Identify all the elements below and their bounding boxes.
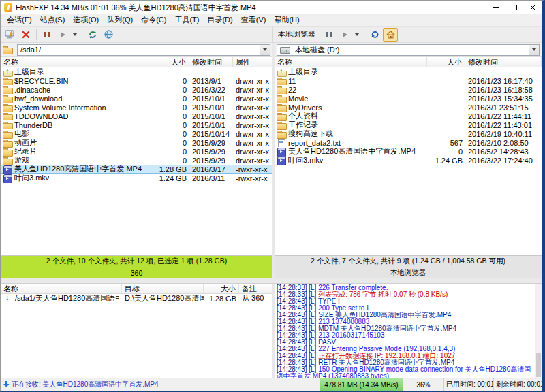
menu-directory[interactable]: 目录(D): [203, 15, 236, 25]
menu-help[interactable]: 帮助(H): [270, 15, 303, 25]
folder-icon: [3, 130, 12, 138]
toolbar-separator: [82, 29, 82, 40]
folder-icon: [3, 46, 12, 54]
file-row[interactable]: 叶问3.mkv1.24 GB2016/3/22 17:24:40: [275, 156, 542, 165]
file-row[interactable]: 叶问3.mkv1.24 GB2016/3/11-rwxr-xr-x: [1, 174, 272, 182]
file-row[interactable]: .dlnacache02016/3/22drwxr-xr-x: [1, 85, 272, 94]
local-transfer-dropdown-button[interactable]: [353, 28, 361, 42]
log-scrollbar[interactable]: [535, 284, 542, 378]
file-cell: -rwxr-xr-x: [233, 174, 272, 182]
close-icon: [529, 4, 536, 11]
queue-column-size[interactable]: 大小: [204, 284, 239, 293]
column-header-size[interactable]: 大小: [427, 57, 465, 67]
window-title: FlashFXP 14.34 MB/s 01:01 36% 美人鱼HD1280高…: [16, 3, 486, 13]
menu-commands[interactable]: 命令(C): [137, 15, 170, 25]
file-row[interactable]: 搜狗高速下载2016/2/19 10:40:11: [275, 129, 542, 138]
file-cell: 0: [151, 139, 189, 147]
column-header-size[interactable]: 大小: [151, 57, 189, 67]
file-cell: drwxr-xr-x: [233, 139, 272, 147]
menu-view[interactable]: 查看(V): [237, 15, 270, 25]
remote-site-tab[interactable]: 360: [1, 267, 272, 278]
file-row[interactable]: 112016/1/23 16:17:40: [275, 76, 542, 85]
close-button[interactable]: [523, 1, 542, 14]
menu-queue[interactable]: 队列(Q): [103, 15, 137, 25]
abort-button[interactable]: [40, 28, 54, 42]
refresh-button[interactable]: [85, 28, 100, 42]
file-cell: 0: [151, 86, 189, 94]
log-scrollbar-thumb[interactable]: [536, 353, 541, 377]
web-button[interactable]: [101, 28, 116, 42]
file-cell: 2016/3/1 23:51:15: [465, 103, 542, 112]
menu-options[interactable]: 选项(O): [69, 15, 103, 25]
log-line: [14:28:43] [L] 150 Opening BINARY mode d…: [277, 366, 533, 378]
file-name: hwf_download: [14, 95, 62, 103]
menu-session[interactable]: 会话(E): [3, 15, 36, 25]
local-list-header: 名称 大小 修改时间: [275, 57, 542, 67]
text-file-icon: [277, 139, 286, 147]
file-cell: 2016/1/23 16:18:58: [465, 86, 542, 94]
file-row[interactable]: 222016/1/23 16:18:58: [275, 85, 542, 94]
file-row[interactable]: TDDOWNLOAD02015/10/1drwxr-xr-x: [1, 112, 272, 120]
queue-column-target[interactable]: 目标: [122, 284, 204, 293]
folder-icon: [3, 121, 12, 129]
column-header-date[interactable]: 修改时间: [465, 57, 542, 67]
parent-directory-row[interactable]: 上级目录: [275, 67, 542, 76]
local-refresh-button[interactable]: [367, 28, 382, 42]
local-abort-button[interactable]: [322, 28, 337, 42]
parent-directory-row[interactable]: 上级目录: [1, 67, 272, 76]
transfer-percent: 36%: [403, 378, 444, 391]
local-path-dropdown[interactable]: [529, 44, 539, 56]
column-header-name[interactable]: 名称: [1, 57, 151, 67]
file-name: TDDOWNLOAD: [14, 112, 68, 120]
pause-icon: [44, 31, 50, 38]
file-name-cell: 22: [275, 86, 427, 94]
transfer-dropdown-button[interactable]: [71, 28, 79, 42]
file-name-cell: 叶问3.mkv: [1, 173, 151, 183]
file-row[interactable]: Movie2016/1/23 15:34:35: [275, 94, 542, 103]
file-row[interactable]: System Volume Information02015/10/1drwxr…: [1, 103, 272, 112]
file-cell: -rwxr-xr-x: [233, 165, 272, 174]
file-row[interactable]: hwf_download02015/10/1drwxr-xr-x: [1, 94, 272, 103]
maximize-icon: [511, 4, 518, 11]
queue-download-icon: [3, 295, 13, 303]
queue-column-note[interactable]: 备注: [239, 284, 272, 293]
folder-icon: [277, 103, 286, 112]
transfer-status-text: 正在接收: 美人鱼HD1280高清国语中字首发.MP4: [12, 380, 159, 389]
flashfxp-window: FlashFXP 14.34 MB/s 01:01 36% 美人鱼HD1280高…: [0, 0, 545, 392]
menu-tools[interactable]: 工具(T): [170, 15, 203, 25]
minimize-button[interactable]: [486, 1, 505, 14]
horizontal-splitter[interactable]: [1, 278, 542, 284]
file-cell: 1.24 GB: [151, 174, 189, 182]
file-cell: drwxr-xr-x: [233, 157, 272, 165]
transfer-button[interactable]: [55, 28, 70, 42]
home-button[interactable]: [383, 28, 398, 42]
queue-item-row[interactable]: /sda1/美人鱼HD1280高清国语中字首发.MP4D:\美人鱼HD1280高…: [1, 294, 272, 303]
column-header-attr[interactable]: 属性: [233, 57, 272, 67]
connect-button[interactable]: [3, 28, 18, 42]
local-pathbar: 本地磁盘 (D:): [275, 43, 542, 57]
queue-column-name[interactable]: 名称: [1, 284, 122, 293]
file-name: .dlnacache: [14, 86, 50, 94]
file-cell: drwxr-xr-x: [233, 86, 272, 94]
local-browser-tab[interactable]: 本地浏览器: [275, 267, 542, 278]
file-name: 叶问3.mkv: [14, 173, 49, 183]
local-path-combobox[interactable]: 本地磁盘 (D:): [277, 44, 540, 56]
maximize-button[interactable]: [505, 1, 523, 14]
pause-icon: [326, 31, 332, 38]
remote-path-combobox[interactable]: /sda1/: [17, 44, 270, 56]
file-name: report_data2.txt: [288, 139, 341, 147]
file-cell: 0: [151, 77, 189, 85]
folder-icon: [277, 77, 286, 85]
column-header-name[interactable]: 名称: [275, 57, 427, 67]
chevron-down-icon: [355, 33, 359, 36]
file-cell: 2016/2/19 10:40:11: [465, 130, 542, 138]
file-row[interactable]: $RECYCLE.BIN02013/9/1drwxr-xr-x: [1, 76, 272, 85]
local-transfer-button[interactable]: [337, 28, 352, 42]
remote-toolbar: [1, 27, 272, 42]
disconnect-button[interactable]: [18, 28, 33, 42]
file-cell: 2016/3/11: [189, 174, 233, 182]
column-header-date[interactable]: 修改时间: [189, 57, 233, 67]
menu-sites[interactable]: 站点(S): [36, 15, 69, 25]
remote-path-dropdown[interactable]: [260, 44, 270, 56]
file-cell: 0: [151, 95, 189, 103]
